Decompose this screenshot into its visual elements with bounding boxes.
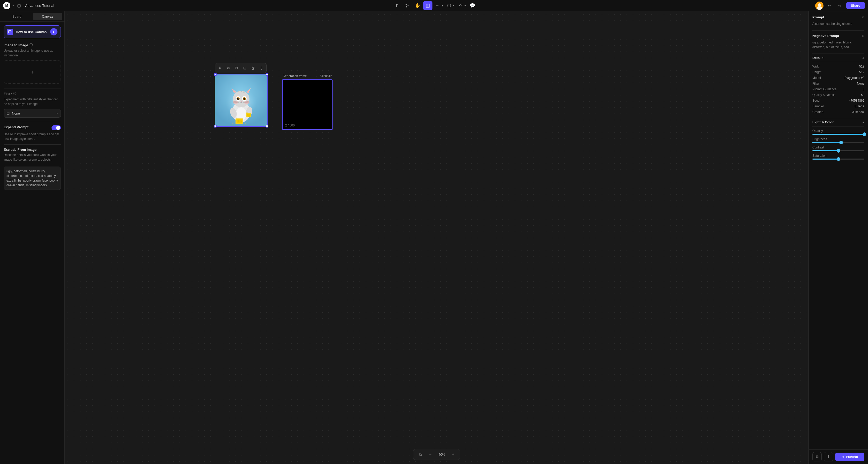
detail-height-label: Height [812, 70, 822, 74]
share-button[interactable]: Share [846, 2, 865, 9]
duplicate-image-button[interactable]: ⧉ [224, 64, 232, 72]
download-image-button[interactable]: ⬇ [216, 64, 224, 72]
saturation-slider[interactable] [812, 159, 864, 160]
tutorial-label: How to use Canvas [16, 30, 48, 34]
download-icon: ⬇ [827, 455, 830, 459]
generation-frame[interactable]: Generation frame 512×512 2 / 500 [282, 79, 333, 130]
tutorial-play-button[interactable]: ▶ [50, 28, 58, 35]
negative-prompt-title: Negative Prompt [812, 34, 839, 38]
filter-dropdown[interactable]: ⊡ None ▾ [4, 109, 61, 118]
details-collapse-icon: ∧ [862, 56, 864, 60]
redo-button[interactable]: ↪ [836, 2, 844, 10]
pen-tool[interactable]: 🖊▾ [456, 1, 467, 10]
svg-point-18 [238, 98, 239, 99]
exclude-textarea[interactable]: ugly, deformed, noisy, blurry, distorted… [4, 167, 61, 190]
delete-image-button[interactable]: 🗑 [249, 64, 257, 72]
fill-tool[interactable]: ⬡▾ [445, 1, 455, 10]
detail-model-value: Playground v2 [844, 76, 864, 80]
zoom-in-button[interactable]: + [450, 451, 457, 458]
tutorial-card[interactable]: How to use Canvas ▶ [4, 25, 61, 38]
filter-info-icon[interactable]: ⓘ [13, 92, 16, 96]
canvas-area[interactable]: ⬇ ⧉ ↻ ⊡ 🗑 ⋮ [65, 11, 808, 464]
opacity-slider[interactable] [812, 134, 864, 135]
detail-seed-row: Seed 470584862 [812, 99, 864, 102]
publish-icon: ⬆ [842, 455, 844, 459]
publish-button[interactable]: ⬆ Publish [835, 453, 864, 461]
export-tool[interactable]: ⬆ [392, 1, 401, 10]
negative-prompt-header: Negative Prompt ⧉ [812, 34, 864, 38]
details-section: Width 512 Height 512 Model Playground v2… [812, 65, 864, 114]
contrast-slider[interactable] [812, 150, 864, 151]
detail-width-value: 512 [859, 65, 864, 68]
canvas-item-image[interactable]: ⬇ ⧉ ↻ ⊡ 🗑 ⋮ [215, 63, 268, 127]
sidebar-toggle[interactable]: ▢ [16, 2, 22, 9]
tutorial-icon [7, 29, 13, 35]
detail-filter-label: Filter [812, 82, 819, 85]
svg-point-19 [245, 98, 245, 99]
zoom-out-button[interactable]: − [427, 451, 434, 458]
canvas-zoom-controls: ⧉ − 40% + [413, 449, 460, 460]
detail-prompt-guidance-label: Prompt Guidance [812, 88, 836, 91]
detail-created-row: Created Just now [812, 110, 864, 114]
detail-height-value: 512 [859, 70, 864, 74]
image-toolbar: ⬇ ⧉ ↻ ⊡ 🗑 ⋮ [215, 63, 267, 73]
light-color-title: Light & Color [812, 120, 834, 124]
project-title: Advanced Tutorial [25, 4, 54, 8]
upload-box[interactable]: ＋ [4, 60, 61, 84]
app-logo[interactable]: M [3, 2, 10, 9]
undo-button[interactable]: ↩ [826, 2, 834, 10]
negative-prompt-section: Negative Prompt ⧉ ugly, deformed, noisy,… [812, 34, 864, 49]
svg-point-25 [233, 101, 238, 104]
right-panel: Prompt ⧉ A cartoon cat holding cheese Ne… [808, 11, 868, 464]
detail-width-row: Width 512 [812, 65, 864, 68]
filter-title: Filter ⓘ [4, 92, 61, 96]
negative-prompt-text: ugly, deformed, noisy, blurry, distorted… [812, 40, 864, 49]
speech-tool[interactable]: 💬 [468, 1, 477, 10]
hand-tool[interactable]: ✋ [413, 1, 422, 10]
generation-frame-size: 512×512 [320, 74, 332, 78]
prompt-header: Prompt ⧉ [812, 15, 864, 20]
right-panel-bottom: ⧉ ⬇ ⬆ Publish [809, 449, 868, 464]
image-to-image-info-icon[interactable]: ⓘ [30, 43, 33, 47]
detail-sampler-row: Sampler Euler a [812, 104, 864, 108]
tab-canvas[interactable]: Canvas [33, 13, 63, 20]
draw-tool[interactable]: ✏▾ [433, 1, 444, 10]
canvas-layers-button[interactable]: ⧉ [416, 451, 424, 458]
canvas-image[interactable] [215, 74, 267, 126]
topbar-right: ↩ ↪ Share [815, 2, 865, 10]
detail-sampler-value: Euler a [855, 104, 864, 108]
contrast-label: Contrast [812, 145, 864, 149]
crop-image-button[interactable]: ⊡ [241, 64, 249, 72]
negative-prompt-copy-icon[interactable]: ⧉ [862, 34, 864, 38]
more-options-button[interactable]: ⋮ [257, 64, 265, 72]
details-collapsible-header[interactable]: Details ∧ [812, 54, 864, 62]
resize-handle-br[interactable] [266, 125, 268, 128]
rp-copy-button[interactable]: ⧉ [812, 452, 822, 461]
rp-download-button[interactable]: ⬇ [824, 452, 833, 461]
resize-handle-bl[interactable] [214, 125, 217, 128]
copy-icon: ⧉ [816, 455, 818, 459]
expand-prompt-toggle[interactable] [52, 125, 61, 130]
detail-created-label: Created [812, 110, 824, 114]
resize-handle-tl[interactable] [214, 73, 217, 76]
right-panel-scroll: Prompt ⧉ A cartoon cat holding cheese Ne… [809, 11, 868, 449]
prompt-section: Prompt ⧉ A cartoon cat holding cheese [812, 15, 864, 26]
project-chevron[interactable]: ▾ [12, 4, 14, 7]
toolbar: ⬆ ✋ ◫ ✏▾ ⬡▾ 🖊▾ 💬 [392, 1, 477, 10]
selection-tool[interactable] [402, 1, 412, 10]
avatar[interactable] [815, 2, 824, 10]
tab-board[interactable]: Board [2, 13, 32, 20]
detail-model-label: Model [812, 76, 821, 80]
canvas-tool[interactable]: ◫ [423, 1, 432, 10]
filter-chevron-icon: ▾ [56, 112, 58, 115]
resize-handle-tr[interactable] [266, 73, 268, 76]
refresh-image-button[interactable]: ↻ [232, 64, 241, 72]
divider-2 [4, 122, 61, 122]
exclude-from-image-title: Exclude From Image [4, 148, 61, 152]
light-color-collapsible-header[interactable]: Light & Color ∧ [812, 118, 864, 127]
zoom-value: 40% [437, 453, 447, 457]
expand-prompt-desc: Use AI to improve short prompts and get … [4, 132, 61, 141]
brightness-slider[interactable] [812, 142, 864, 143]
prompt-copy-icon[interactable]: ⧉ [862, 15, 864, 20]
light-color-section: Opacity Brightness Contrast [812, 129, 864, 160]
